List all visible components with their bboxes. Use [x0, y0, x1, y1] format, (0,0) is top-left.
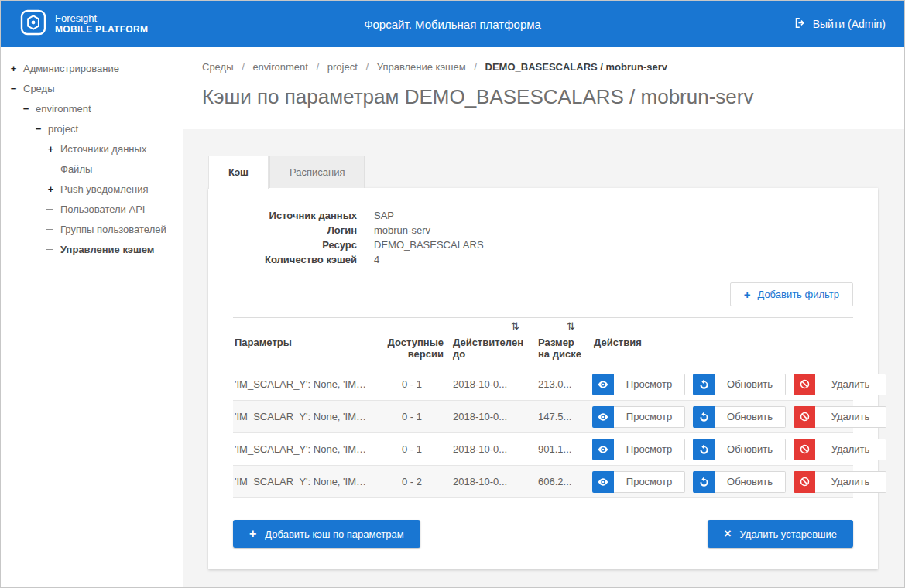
- sidebar-item-push-notifications[interactable]: + Push уведомления: [1, 179, 183, 199]
- add-cache-button[interactable]: + Добавить кэш по параметрам: [233, 520, 420, 548]
- breadcrumb-environments[interactable]: Среды: [202, 61, 234, 73]
- cell-size: 147.5...: [536, 406, 586, 427]
- page-title: Кэши по параметрам DEMO_BASESCALARS / mo…: [202, 85, 886, 109]
- eye-icon: [592, 439, 614, 460]
- cell-size: 901.1...: [536, 439, 586, 460]
- refresh-icon: [693, 439, 715, 460]
- sidebar-item-cache-management[interactable]: Управление кэшем: [1, 239, 183, 259]
- info-row-login: Логин mobrun-serv: [233, 223, 853, 238]
- expand-icon[interactable]: +: [9, 63, 19, 74]
- cell-valid-until: 2018-10-0...: [451, 471, 530, 492]
- collapse-icon[interactable]: −: [9, 83, 19, 94]
- collapse-icon[interactable]: −: [33, 123, 43, 135]
- column-header-size: ⇅ Размер на диске: [536, 318, 586, 368]
- cell-valid-until: 2018-10-0...: [451, 406, 530, 427]
- tree-branch-line: [46, 249, 53, 250]
- column-header-actions: Действия: [592, 318, 886, 356]
- cell-params: 'IM_SCALAR_Y': None, 'IM_SCALA...: [233, 406, 372, 427]
- page-head: Среды / environment / project / Управлен…: [183, 47, 904, 129]
- view-button[interactable]: Просмотр: [592, 471, 685, 493]
- breadcrumb-project[interactable]: project: [327, 61, 358, 73]
- cell-size: 606.2...: [536, 471, 586, 492]
- ban-icon: [794, 406, 815, 428]
- logo-text-line2: MOBILE PLATFORM: [55, 25, 148, 36]
- add-filter-button[interactable]: + Добавить фильтр: [730, 282, 853, 306]
- tree-branch-line: [46, 229, 53, 230]
- table-row: 'IM_SCALAR_Y': None, 'IM_SCALA... 0 - 2 …: [233, 466, 853, 498]
- refresh-button[interactable]: Обновить: [693, 439, 786, 460]
- view-button[interactable]: Просмотр: [592, 406, 685, 428]
- delete-stale-button[interactable]: × Удалить устаревшие: [708, 520, 853, 548]
- sidebar-item-data-sources[interactable]: + Источники данных: [1, 138, 183, 159]
- refresh-icon: [693, 374, 715, 395]
- logout-label: Выйти (Admin): [813, 18, 886, 30]
- cache-table: Параметры Доступные версии ⇅ Действителе…: [233, 317, 853, 498]
- sort-icon[interactable]: ⇅: [567, 320, 575, 332]
- cross-icon: ×: [724, 528, 731, 540]
- delete-button[interactable]: Удалить: [794, 374, 886, 395]
- ban-icon: [794, 439, 815, 460]
- breadcrumb-separator: /: [365, 61, 369, 73]
- refresh-button[interactable]: Обновить: [693, 374, 786, 395]
- column-header-valid-until: ⇅ Действителен до: [451, 318, 530, 368]
- ban-icon: [794, 374, 815, 395]
- sidebar-item-project[interactable]: − project: [1, 118, 183, 138]
- view-button[interactable]: Просмотр: [592, 374, 685, 395]
- refresh-button[interactable]: Обновить: [693, 471, 786, 493]
- sidebar-item-administration[interactable]: + Администрирование: [1, 58, 183, 78]
- plus-icon: +: [249, 528, 256, 540]
- info-row-cache-count: Количество кэшей 4: [233, 252, 853, 267]
- foresight-logo-icon: [19, 9, 47, 39]
- collapse-icon[interactable]: −: [21, 103, 31, 115]
- view-button[interactable]: Просмотр: [592, 439, 685, 460]
- sort-icon[interactable]: ⇅: [511, 320, 519, 332]
- sidebar-item-api-users[interactable]: Пользователи API: [1, 199, 183, 219]
- eye-icon: [592, 471, 614, 493]
- refresh-icon: [693, 471, 715, 493]
- expand-icon[interactable]: +: [46, 183, 56, 195]
- tab-schedules[interactable]: Расписания: [269, 156, 365, 188]
- breadcrumb-cache-management[interactable]: Управление кэшем: [377, 61, 466, 73]
- sidebar-item-user-groups[interactable]: Группы пользователей: [1, 219, 183, 239]
- cell-versions: 0 - 1: [379, 439, 445, 460]
- sidebar-item-files[interactable]: Файлы: [1, 159, 183, 179]
- delete-button[interactable]: Удалить: [794, 439, 886, 460]
- delete-button[interactable]: Удалить: [794, 471, 886, 493]
- info-row-datasource: Источник данных SAP: [233, 208, 853, 223]
- tab-bar: Кэш Расписания: [208, 156, 878, 188]
- cache-card: Источник данных SAP Логин mobrun-serv Ре…: [208, 188, 878, 569]
- plus-icon: +: [744, 288, 751, 301]
- app-title: Форсайт. Мобильная платформа: [267, 18, 638, 31]
- breadcrumb-environment[interactable]: environment: [252, 61, 308, 73]
- delete-button[interactable]: Удалить: [794, 406, 886, 428]
- tab-cache[interactable]: Кэш: [208, 156, 269, 189]
- table-row: 'IM_SCALAR_Y': None, 'IM_SCALA... 0 - 1 …: [233, 433, 853, 466]
- cache-info: Источник данных SAP Логин mobrun-serv Ре…: [233, 208, 853, 267]
- table-header-row: Параметры Доступные версии ⇅ Действителе…: [233, 317, 853, 368]
- table-row: 'IM_SCALAR_Y': None, 'IM_SCALA... 0 - 1 …: [233, 368, 853, 401]
- expand-icon[interactable]: +: [46, 143, 56, 155]
- cell-params: 'IM_SCALAR_Y': None, 'IM_SCALA...: [233, 374, 372, 395]
- refresh-button[interactable]: Обновить: [693, 406, 786, 428]
- breadcrumb: Среды / environment / project / Управлен…: [202, 61, 886, 73]
- tree-branch-line: [46, 209, 53, 210]
- ban-icon: [794, 471, 815, 493]
- cell-versions: 0 - 1: [379, 406, 445, 427]
- sidebar-item-environment[interactable]: − environment: [1, 98, 183, 118]
- sidebar-item-environments[interactable]: − Среды: [1, 78, 183, 98]
- cell-params: 'IM_SCALAR_Y': None, 'IM_SCALA...: [233, 471, 372, 492]
- eye-icon: [592, 406, 614, 428]
- column-header-params: Параметры: [233, 318, 372, 356]
- breadcrumb-separator: /: [242, 61, 245, 73]
- column-header-versions: Доступные версии: [379, 318, 445, 368]
- refresh-icon: [693, 406, 715, 428]
- table-row: 'IM_SCALAR_Y': None, 'IM_SCALA... 0 - 1 …: [233, 401, 853, 433]
- breadcrumb-separator: /: [474, 61, 477, 73]
- breadcrumb-separator: /: [317, 61, 320, 73]
- logo: Foresight MOBILE PLATFORM: [19, 9, 267, 39]
- cell-size: 213.0...: [536, 374, 586, 395]
- logout-button[interactable]: Выйти (Admin): [794, 16, 886, 32]
- cell-versions: 0 - 2: [379, 471, 445, 492]
- cell-params: 'IM_SCALAR_Y': None, 'IM_SCALA...: [233, 439, 372, 460]
- cell-valid-until: 2018-10-0...: [451, 439, 530, 460]
